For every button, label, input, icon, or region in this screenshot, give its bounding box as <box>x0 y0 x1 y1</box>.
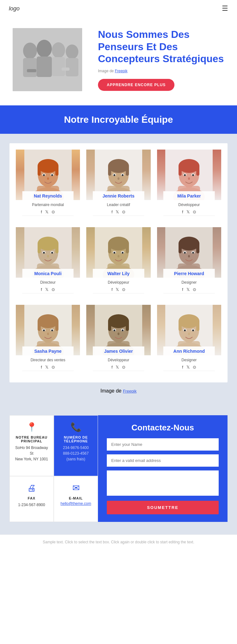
hamburger-icon[interactable]: ☰ <box>222 4 228 13</box>
contact-submit-button[interactable]: SOUMETTRE <box>107 501 219 514</box>
member-role-pierre: Designer <box>181 280 197 285</box>
team-freepik-link[interactable]: Freepik <box>123 389 137 393</box>
svg-point-36 <box>118 177 119 180</box>
email-link[interactable]: hello@theme.com <box>61 501 91 506</box>
svg-point-73 <box>113 252 115 254</box>
svg-point-49 <box>188 177 190 180</box>
fax-icon: 🖨 <box>27 483 36 493</box>
facebook-icon[interactable]: f <box>182 365 183 369</box>
learn-more-button[interactable]: APPRENDRE ENCORE PLUS <box>98 79 174 91</box>
twitter-icon[interactable]: 𝕏 <box>116 365 119 369</box>
office-icon: 📍 <box>26 422 37 432</box>
member-name-pierre: Pierre Howard <box>174 271 204 276</box>
team-card-monica: Monica PouliDirecteurf𝕏⊙ <box>16 227 80 298</box>
team-card-walter: Walter LilyDéveloppeurf𝕏⊙ <box>86 227 150 298</box>
team-card-mila: Mila ParkerDéveloppeurf𝕏⊙ <box>157 150 221 221</box>
member-role-walter: Développeur <box>108 280 129 285</box>
svg-rect-82 <box>179 242 182 253</box>
member-name-nat: Nat Reynolds <box>34 193 62 198</box>
facebook-icon[interactable]: f <box>112 365 113 369</box>
svg-rect-30 <box>108 165 111 176</box>
fax-text: 1-234-567-8900 <box>18 502 45 508</box>
member-social-sasha: f𝕏⊙ <box>22 365 74 371</box>
member-role-ann: Designer <box>181 358 197 362</box>
svg-point-113 <box>122 329 124 331</box>
team-section-header: Notre Incroyable Équipe <box>0 105 237 134</box>
contact-name-input[interactable] <box>107 438 219 451</box>
team-card-james: James OlivierDéveloppeurf𝕏⊙ <box>86 305 150 376</box>
twitter-icon[interactable]: 𝕏 <box>116 287 119 292</box>
member-role-james: Développeur <box>108 358 129 362</box>
svg-rect-10 <box>62 68 70 71</box>
facebook-icon[interactable]: f <box>41 287 42 292</box>
instagram-icon[interactable]: ⊙ <box>52 365 55 369</box>
email-icon: ✉ <box>72 483 80 493</box>
member-social-walter: f𝕏⊙ <box>93 287 144 293</box>
svg-point-101 <box>47 333 49 335</box>
svg-point-48 <box>192 174 194 176</box>
svg-rect-56 <box>38 242 41 253</box>
member-social-nat: f𝕏⊙ <box>22 210 74 216</box>
svg-point-74 <box>122 252 124 254</box>
facebook-icon[interactable]: f <box>182 210 183 214</box>
member-name-jennie: Jennie Roberts <box>102 193 134 198</box>
team-card-photo-nat: Nat Reynolds <box>16 150 80 200</box>
footer-note: Sample text. Click to select the text bo… <box>0 535 237 549</box>
member-social-monica: f𝕏⊙ <box>22 287 74 293</box>
freepik-link[interactable]: Freepik <box>115 69 127 73</box>
twitter-icon[interactable]: 𝕏 <box>45 210 48 214</box>
phone-title: NUMÉRO DE TÉLÉPHONE <box>59 435 93 443</box>
twitter-icon[interactable]: 𝕏 <box>45 287 48 292</box>
svg-rect-31 <box>126 165 129 176</box>
svg-point-3 <box>37 40 52 57</box>
twitter-icon[interactable]: 𝕏 <box>116 210 119 214</box>
contact-email-input[interactable] <box>107 454 219 467</box>
twitter-icon[interactable]: 𝕏 <box>186 210 190 214</box>
twitter-icon[interactable]: 𝕏 <box>45 365 48 369</box>
fax-title: FAX <box>28 496 35 500</box>
hero-section: Nous Sommes Des Penseurs Et Des Concepte… <box>0 17 237 105</box>
contact-card-office: 📍NOTRE BUREAU PRINCIPALSoHo 94 Broadway … <box>9 415 54 476</box>
svg-point-47 <box>184 174 186 176</box>
instagram-icon[interactable]: ⊙ <box>122 210 125 214</box>
office-title: NOTRE BUREAU PRINCIPAL <box>15 435 48 443</box>
svg-point-86 <box>184 252 186 254</box>
svg-point-125 <box>184 329 186 331</box>
svg-point-22 <box>51 174 53 176</box>
svg-rect-8 <box>66 58 78 76</box>
team-card-photo-sasha: Sasha Payne <box>16 305 80 355</box>
instagram-icon[interactable]: ⊙ <box>122 365 125 369</box>
twitter-icon[interactable]: 𝕏 <box>186 365 190 369</box>
facebook-icon[interactable]: f <box>112 210 113 214</box>
facebook-icon[interactable]: f <box>112 287 113 292</box>
contact-card-phone: 📞NUMÉRO DE TÉLÉPHONE234-9876-5400 888-01… <box>54 415 98 476</box>
team-card-pierre: Pierre HowardDesignerf𝕏⊙ <box>157 227 221 298</box>
svg-point-126 <box>192 329 194 331</box>
instagram-icon[interactable]: ⊙ <box>122 287 125 292</box>
svg-rect-109 <box>126 320 129 331</box>
hero-title: Nous Sommes Des Penseurs Et Des Concepte… <box>98 28 224 65</box>
team-card-photo-jennie: Jennie Roberts <box>86 150 150 200</box>
member-name-monica: Monica Pouli <box>34 271 61 276</box>
facebook-icon[interactable]: f <box>41 365 42 369</box>
svg-point-7 <box>66 44 78 59</box>
instagram-icon[interactable]: ⊙ <box>193 365 196 369</box>
svg-rect-122 <box>196 320 199 331</box>
facebook-icon[interactable]: f <box>182 287 183 292</box>
svg-rect-121 <box>179 320 182 331</box>
contact-message-input[interactable] <box>107 470 219 496</box>
member-name-james: James Olivier <box>104 349 133 354</box>
instagram-icon[interactable]: ⊙ <box>52 210 55 214</box>
instagram-icon[interactable]: ⊙ <box>52 287 55 292</box>
instagram-icon[interactable]: ⊙ <box>193 287 196 292</box>
member-role-jennie: Leader créatif <box>107 203 130 207</box>
contact-card-email: ✉E-MAILhello@theme.com <box>54 476 98 522</box>
member-name-sasha: Sasha Payne <box>34 349 61 354</box>
svg-rect-96 <box>55 320 58 331</box>
facebook-icon[interactable]: f <box>41 210 42 214</box>
svg-point-127 <box>188 333 190 335</box>
instagram-icon[interactable]: ⊙ <box>193 210 196 214</box>
twitter-icon[interactable]: 𝕏 <box>186 287 190 292</box>
svg-rect-4 <box>37 56 52 77</box>
contact-card-fax: 🖨FAX1-234-567-8900 <box>9 476 54 522</box>
